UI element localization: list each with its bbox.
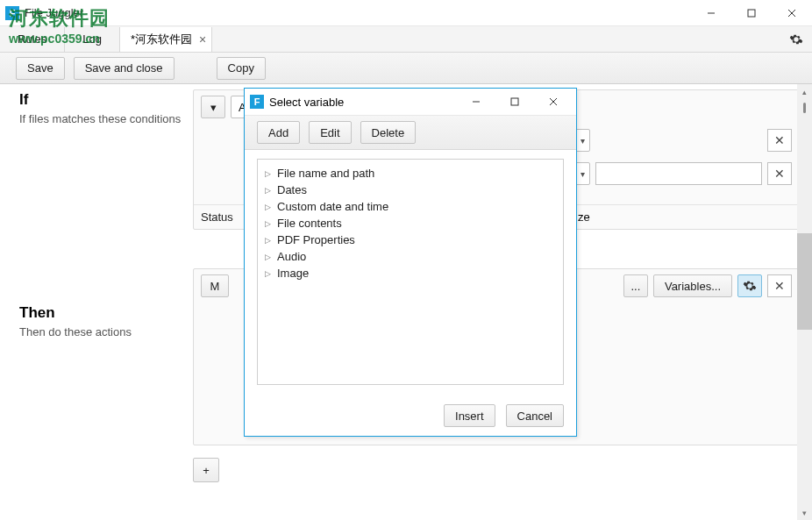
window-minimize-button[interactable]	[691, 0, 731, 26]
expand-icon: ▷	[265, 169, 274, 178]
tree-item[interactable]: ▷Audio	[265, 248, 556, 265]
tree-item[interactable]: ▷File name and path	[265, 165, 556, 182]
then-title: Then	[19, 304, 186, 322]
expand-icon: ▷	[265, 269, 274, 278]
expand-icon: ▷	[265, 203, 274, 211]
tree-item[interactable]: ▷PDF Properties	[265, 232, 556, 248]
save-close-button[interactable]: Save and close	[74, 57, 175, 80]
tab-log[interactable]: Log	[65, 27, 120, 52]
window-title: File Juggler	[25, 6, 691, 19]
window-titlebar: F File Juggler	[0, 0, 812, 26]
then-subtitle: Then do these actions	[19, 325, 186, 338]
tab-rules[interactable]: Rules	[0, 27, 65, 52]
dialog-edit-button[interactable]: Edit	[309, 121, 351, 144]
copy-button[interactable]: Copy	[217, 57, 266, 80]
dialog-minimize-button[interactable]	[457, 89, 495, 114]
tree-item[interactable]: ▷Dates	[265, 182, 556, 198]
dialog-cancel-button[interactable]: Cancel	[506, 404, 564, 427]
settings-gear-button[interactable]	[780, 32, 812, 46]
app-icon: F	[5, 6, 19, 20]
delete-condition-button-2[interactable]: ✕	[767, 162, 792, 185]
left-column: If If files matches these conditions The…	[0, 84, 193, 520]
vertical-scrollbar[interactable]: ▴ ▾	[797, 84, 812, 520]
dialog-insert-button[interactable]: Insert	[444, 404, 495, 427]
tree-item[interactable]: ▷File contents	[265, 215, 556, 232]
status-label: Status	[201, 210, 245, 224]
dialog-close-button[interactable]	[534, 89, 573, 114]
expand-icon: ▷	[265, 253, 274, 261]
action-toolbar: Save Save and close Copy	[0, 53, 812, 84]
dialog-app-icon: F	[250, 95, 264, 109]
dialog-maximize-button[interactable]	[495, 89, 534, 114]
svg-rect-1	[748, 10, 755, 17]
action-settings-button[interactable]	[737, 274, 762, 297]
window-maximize-button[interactable]	[731, 0, 772, 26]
if-subtitle: If files matches these conditions	[19, 112, 186, 125]
browse-button[interactable]: ...	[623, 274, 648, 297]
delete-action-button[interactable]: ✕	[767, 274, 792, 297]
expand-icon: ▷	[265, 219, 274, 228]
variables-button[interactable]: Variables...	[653, 274, 732, 297]
expand-icon: ▷	[265, 236, 274, 245]
delete-condition-button-1[interactable]: ✕	[767, 129, 792, 152]
expand-icon: ▷	[265, 186, 274, 195]
status-dropdown[interactable]: ze	[578, 210, 608, 224]
dialog-title: Select variable	[269, 96, 344, 109]
document-tab-close[interactable]: ×	[199, 32, 206, 46]
tree-item[interactable]: ▷Custom date and time	[265, 198, 556, 215]
scroll-thumb[interactable]	[797, 233, 812, 330]
action-type-dropdown[interactable]: M	[201, 274, 229, 297]
collapse-toggle[interactable]: ▾	[201, 96, 225, 118]
document-tab-label: *河东软件园	[131, 32, 192, 47]
if-title: If	[19, 91, 186, 109]
window-close-button[interactable]	[772, 0, 812, 26]
condition-value-input[interactable]	[595, 162, 762, 185]
main-tab-row: Rules Log *河东软件园 ×	[0, 26, 812, 53]
svg-rect-5	[511, 98, 518, 105]
dialog-delete-button[interactable]: Delete	[360, 121, 417, 144]
variable-tree[interactable]: ▷File name and path ▷Dates ▷Custom date …	[257, 159, 564, 385]
dialog-add-button[interactable]: Add	[257, 121, 300, 144]
tree-item[interactable]: ▷Image	[265, 265, 556, 281]
document-tab[interactable]: *河东软件园 ×	[120, 27, 212, 52]
select-variable-dialog: F Select variable Add Edit Delete ▷File …	[244, 88, 577, 437]
save-button[interactable]: Save	[16, 57, 65, 80]
scroll-up-icon[interactable]: ▴	[797, 84, 812, 99]
scroll-down-icon[interactable]: ▾	[797, 505, 812, 520]
scroll-thumb-mini[interactable]	[803, 103, 806, 113]
add-action-button[interactable]: +	[193, 458, 219, 482]
